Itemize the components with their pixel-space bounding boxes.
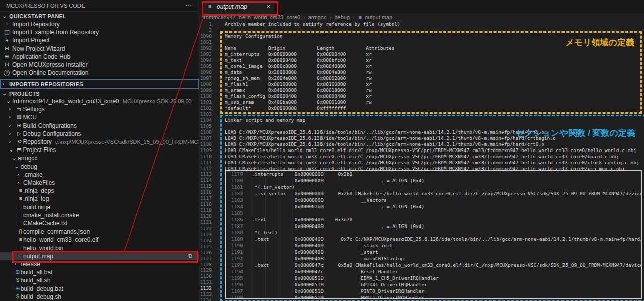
import-project-icon: ↳	[4, 37, 10, 43]
code-line[interactable]: m_data 0x20000000 0x0004e000 rw	[225, 69, 372, 76]
breadcrumb-armgcc[interactable]: armgcc	[308, 14, 327, 20]
code-line[interactable]: m_sramx 0x04000000 0x00018000 rw	[225, 87, 372, 93]
close-icon[interactable]: ×	[266, 3, 270, 10]
chevron-right-icon: ›	[15, 261, 17, 267]
breadcrumb: frdmmcxn947_hello_world_cm33_core0›armgc…	[199, 14, 644, 22]
tab-output-map[interactable]: ≡ output.map ×	[204, 0, 274, 14]
tree-item-mcu[interactable]: ›▦MCU	[0, 113, 199, 121]
tree-item-debug[interactable]: ⌄debug	[0, 163, 199, 171]
code-line: 0x00000000 . = ALIGN (0x4)	[252, 178, 424, 184]
tree-item-repository[interactable]: ›⟲Repositoryc:\nxp\MCUXpresso-VSC\sdk\SD…	[0, 138, 199, 146]
code-line[interactable]: LOAD C:/NXP/MCUXpressoIDE_25.6.136/ide/t…	[225, 141, 544, 147]
code-line[interactable]: *default* 0x00000000 0xffffffff	[225, 105, 346, 111]
breadcrumb-file[interactable]: output.map	[365, 14, 392, 20]
vscode-window: MCUXPRESSO FOR VS CODE ⋯ ⌄ QUICKSTART PA…	[0, 0, 644, 301]
tree-item-label: Debug Configurations	[23, 130, 82, 137]
line-number: 1098	[199, 81, 212, 87]
code-line[interactable]: Name Origin Length Attributes	[225, 45, 394, 51]
quickstart-item-application-code-hub[interactable]: ⊕Application Code Hub	[0, 53, 199, 61]
tree-item-compile-commands-json[interactable]: {}compile_commands.json	[0, 228, 199, 236]
line-number: 1110	[199, 154, 212, 160]
tree-item-debug-configurations[interactable]: ›▷Debug Configurations	[0, 130, 199, 138]
tree-item-armgcc[interactable]: ⌄armgcc	[0, 154, 199, 162]
line-number: 1180	[226, 178, 243, 184]
code-line[interactable]: m_usb_sram 0x400ba000 0x00001000 rw	[225, 99, 372, 105]
split-editor-icon[interactable]: ⧉	[188, 253, 192, 259]
line-number: 1102	[199, 105, 212, 111]
line-number: 1115	[199, 183, 212, 189]
open-mcuxpresso-installer-icon: ⊡	[4, 61, 10, 68]
code-line[interactable]: Linker script and memory map	[225, 117, 305, 123]
tree-item-ninja-deps[interactable]: ≡.ninja_deps	[0, 187, 199, 195]
more-actions-icon[interactable]: ⋯	[185, 1, 192, 9]
quickstart-item-open-mcuxpresso-installer[interactable]: ⊡Open MCUXpresso Installer	[0, 61, 199, 69]
code-line[interactable]: LOAD CMakeFiles/hello_world_cm33_core0.e…	[225, 154, 619, 160]
breadcrumb-project[interactable]: frdmmcxn947_hello_world_cm33_core0	[202, 14, 300, 20]
tree-item-build-all-sh[interactable]: $build_all.sh	[0, 276, 199, 284]
line-number: 1126	[199, 250, 212, 256]
tree-item-label: build_all.bat	[21, 269, 53, 276]
code-line[interactable]: rpmsg_sh_mem 0x2004e000 0x00002000 rw	[225, 75, 372, 81]
quickstart-item-import-project[interactable]: ↳Import Project	[0, 36, 199, 44]
code-line[interactable]: LOAD CMakeFiles/hello_world_cm33_core0.e…	[225, 160, 639, 166]
import-repository-icon: +	[4, 21, 10, 27]
tree-item-build-debug-bat[interactable]: ⊞build_debug.bat	[0, 285, 199, 293]
quickstart-item-open-online-documentation[interactable]: ?Open Online Documentation	[0, 69, 199, 77]
code-line[interactable]: m_text 0x00000400 0x000bfc00 xr	[225, 57, 372, 63]
tree-item-cmakecache-txt[interactable]: ≡CMakeCache.txt	[0, 219, 199, 228]
section-imported-repositories[interactable]: › IMPORTED REPOSITORIES	[0, 79, 199, 89]
section-quickstart-panel[interactable]: ⌄ QUICKSTART PANEL	[0, 11, 199, 21]
line-number: 1123	[199, 232, 212, 238]
tree-item-build-debug-sh[interactable]: $build_debug.sh	[0, 293, 199, 301]
code-line[interactable]: LOAD C:/NXP/MCUXpressoIDE_25.6.136/ide/t…	[225, 129, 544, 135]
line-number: 1097	[199, 75, 212, 81]
code-line[interactable]: m_flash_config 0x80000400 0x00000400 xr	[225, 93, 372, 99]
tree-item-cmakefiles[interactable]: ›CMakeFiles	[0, 179, 199, 187]
line-number: 1122	[199, 225, 212, 232]
line-number: 1179	[226, 171, 243, 178]
line-number: 2	[199, 27, 212, 33]
line-number: 1104	[199, 117, 212, 123]
tree-item-build-configurations[interactable]: ›⊞Build Configurations	[0, 122, 199, 130]
code-line[interactable]: m_core1_image 0x000c0000 0x00040000 xr	[225, 63, 372, 69]
tree-item-settings[interactable]: ›⇆Settings	[0, 105, 199, 113]
code-line: .text 0x00000400 0x7c C:/NXP/MCUXpressoI…	[252, 236, 642, 243]
quickstart-item-import-example-from-repository[interactable]: ◫Import Example from Repository	[0, 28, 199, 36]
tree-item-cmake[interactable]: ›.cmake	[0, 171, 199, 179]
code-line[interactable]: Memory Configuration	[225, 33, 282, 39]
folder-icon: ⬒	[16, 146, 23, 153]
tree-item-hello-world-cm33-core0-elf[interactable]: ≡hello_world_cm33_core0.elf	[0, 236, 199, 244]
tree-item-frdmmcxn947-hello-world-cm33-core0[interactable]: ⌄frdmmcxn947_hello_world_cm33_core0MCUXp…	[0, 97, 199, 105]
breadcrumb-debug[interactable]: debug	[334, 14, 350, 20]
code-line[interactable]: m_flash1 0x00100000 0x00100000 xr	[225, 81, 372, 87]
code-line[interactable]: LOAD CMakeFiles/hello_world_cm33_core0.e…	[225, 147, 636, 154]
tree-item-cmake-install-cmake[interactable]: ≡cmake_install.cmake	[0, 211, 199, 219]
line-number: 1095	[199, 63, 212, 69]
tree-item-project-files[interactable]: ⌄⬒Project Files	[0, 146, 199, 154]
tree-item-build-ninja[interactable]: ≡build.ninja	[0, 203, 199, 211]
debug-icon: ▷	[16, 130, 23, 136]
mcu-icon: ▦	[16, 114, 23, 120]
tree-item-label: build_all.sh	[21, 277, 51, 284]
tree-item-ninja-log[interactable]: ≡.ninja_log	[0, 195, 199, 203]
quickstart-item-import-repository[interactable]: +Import Repository	[0, 20, 199, 28]
tree-item-build-all-bat[interactable]: ⊞build_all.bat	[0, 268, 199, 276]
line-number: 1127	[199, 256, 212, 262]
line-number: 1090	[199, 33, 212, 39]
line-number: 1092	[199, 45, 212, 51]
tree-item-release[interactable]: ›release	[0, 260, 199, 268]
chevron-right-icon: ›	[9, 106, 11, 112]
tree-item-description: c:\nxp\MCUXpresso-VSC\sdk\SDK_25_09_00_F…	[55, 139, 215, 145]
code-line[interactable]: Archive member included to satisfy refer…	[225, 21, 400, 27]
tree-item-label: output.map	[23, 253, 53, 260]
line-number: 1188	[226, 230, 243, 236]
code-line[interactable]: LOAD C:/NXP/MCUXpressoIDE_25.6.136/ide/t…	[225, 135, 556, 141]
tree-item-output-map[interactable]: ≡output.map⧉	[0, 252, 199, 260]
code-line[interactable]: m_interrupts 0x00000000 0x00000400 xr	[225, 51, 372, 57]
chevron-right-icon: ›	[9, 138, 11, 144]
quickstart-item-new-project-wizard[interactable]: ⊞New Project Wizard	[0, 45, 199, 53]
code-line: 0x0000047c Reset_Handler	[252, 269, 398, 275]
tree-item-description: MCUXpresso SDK 25.09.00	[123, 98, 192, 104]
tree-item-hello-world-bin[interactable]: ≡hello_world.bin	[0, 244, 199, 252]
code-line: *(.isr_vector)	[252, 184, 295, 191]
